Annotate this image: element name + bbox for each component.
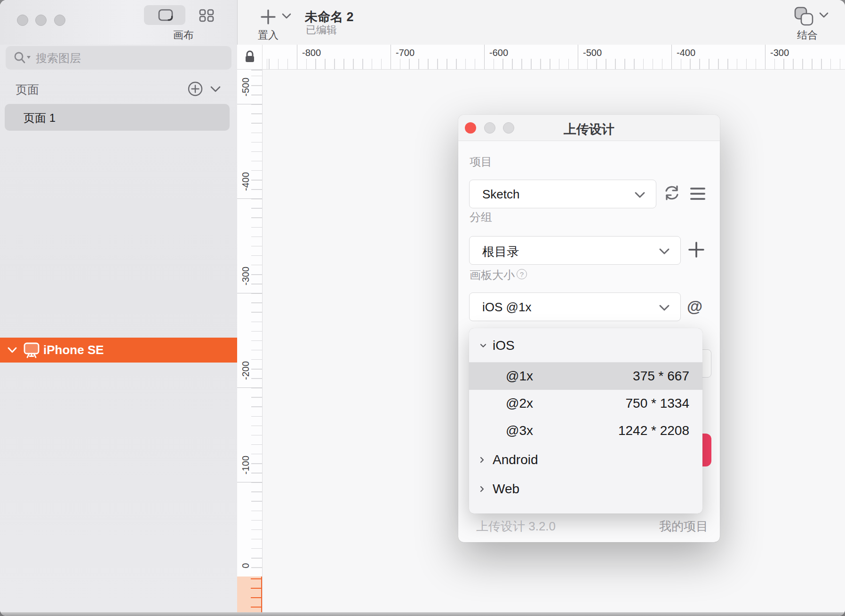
menu-item-web[interactable]: Web [469, 474, 702, 504]
project-label: 项目 [470, 154, 492, 169]
v-ruler-label: -300 [240, 267, 251, 285]
lock-icon[interactable] [244, 50, 255, 65]
help-icon[interactable]: ? [517, 269, 527, 279]
pages-header-label: 页面 [16, 82, 39, 97]
insert-icon[interactable] [260, 8, 277, 27]
v-ruler-label: -200 [240, 361, 251, 380]
artboard-view-icon[interactable] [158, 9, 173, 23]
menu-item-label: @3x [506, 423, 533, 438]
combine-label: 结合 [793, 28, 821, 42]
search-input[interactable] [35, 50, 225, 67]
menu-item-size: 375 * 667 [633, 369, 689, 384]
project-select-chevron-icon [634, 191, 646, 200]
menu-item-label: iOS [493, 338, 515, 353]
my-projects-link[interactable]: 我的项目 [659, 518, 708, 535]
refresh-icon[interactable] [664, 184, 680, 203]
toolbar: 画布 置入 未命名 2 已编辑 结合 [0, 0, 845, 45]
project-select-value: Sketch [482, 187, 520, 202]
artboard-size-select-value: iOS @1x [482, 300, 531, 315]
menu-item-size: 1242 * 2208 [618, 423, 689, 438]
search-field[interactable] [6, 46, 231, 70]
search-icon[interactable] [13, 51, 32, 66]
chevron-down-icon[interactable] [480, 344, 486, 348]
chevron-right-icon[interactable] [480, 486, 484, 492]
preview-at-icon[interactable]: @ [687, 297, 702, 316]
artboard-size-label: 画板大小 [470, 268, 515, 283]
artboard-expand-chevron-icon[interactable] [7, 347, 17, 355]
menu-item-ios[interactable]: iOS [469, 332, 702, 359]
h-ruler-label: -400 [677, 47, 695, 58]
dialog-titlebar[interactable]: 上传设计 [458, 115, 720, 141]
insert-chevron-icon[interactable] [281, 13, 292, 21]
pages-collapse-chevron-icon[interactable] [210, 86, 221, 95]
page-item-label: 页面 1 [24, 111, 56, 126]
combine-chevron-icon[interactable] [819, 12, 829, 20]
menu-item-label: Web [493, 482, 519, 497]
document-status: 已编辑 [306, 23, 337, 37]
h-ruler-label: -600 [489, 47, 508, 58]
h-ruler-label: -800 [302, 47, 321, 58]
h-ruler-ticks [263, 59, 845, 69]
project-menu-icon[interactable] [690, 188, 705, 200]
artboard-ruler-highlight-ticks [251, 578, 261, 612]
menu-item-2x[interactable]: @2x 750 * 1334 [469, 390, 702, 417]
page-list-item[interactable]: 页面 1 [5, 104, 230, 131]
add-page-icon[interactable] [187, 81, 203, 99]
artboard-size-select[interactable]: iOS @1x [469, 292, 681, 321]
menu-item-label: @2x [506, 396, 533, 411]
add-group-icon[interactable] [687, 241, 705, 261]
horizontal-ruler: -800 -700 -600 -500 -400 -300 [263, 45, 845, 70]
v-ruler-label: -400 [240, 172, 251, 191]
grid-view-icon[interactable] [199, 9, 214, 24]
artboard-icon [23, 341, 40, 361]
artboard-item-label: iPhone SE [43, 343, 104, 357]
canvas-toggle-label: 画布 [160, 28, 207, 42]
artboard-list-item-iphone-se[interactable]: iPhone SE [0, 338, 237, 363]
v-ruler-label: -500 [240, 78, 251, 96]
h-ruler-label: -700 [396, 47, 415, 58]
app-window: 画布 置入 未命名 2 已编辑 结合 页面 [0, 0, 845, 616]
insert-label: 置入 [258, 28, 288, 42]
v-ruler-label: -100 [240, 456, 251, 474]
h-ruler-label: -500 [583, 47, 602, 58]
menu-item-3x[interactable]: @3x 1242 * 2208 [469, 417, 702, 444]
group-label: 分组 [470, 210, 492, 225]
group-select[interactable]: 根目录 [469, 236, 681, 265]
upload-design-dialog: 上传设计 项目 Sketch 分组 根目录 画板大小 ? iOS @1x [458, 115, 720, 542]
plugin-version-label: 上传设计 3.2.0 [476, 518, 556, 535]
traffic-light-zoom[interactable] [54, 15, 65, 26]
vertical-ruler: -500 -400 -300 -200 -100 0 [237, 70, 263, 612]
chevron-right-icon[interactable] [480, 457, 484, 463]
artboard-ruler-highlight [237, 577, 262, 612]
combine-icon[interactable] [793, 6, 815, 29]
group-select-chevron-icon [659, 248, 670, 257]
menu-item-android[interactable]: Android [469, 445, 702, 474]
group-select-value: 根目录 [482, 244, 519, 260]
project-select[interactable]: Sketch [469, 180, 656, 208]
artboard-size-select-chevron-icon [659, 304, 670, 313]
menu-item-size: 750 * 1334 [626, 396, 689, 411]
dialog-title: 上传设计 [458, 121, 720, 138]
layers-sidebar: 页面 页面 1 iPhone SE [0, 45, 237, 612]
ruler-corner[interactable] [237, 45, 263, 70]
menu-item-label: @1x [506, 369, 533, 384]
v-ruler-label: 0 [240, 563, 251, 568]
menu-item-1x[interactable]: @1x 375 * 667 [469, 363, 702, 390]
menu-item-label: Android [493, 452, 538, 467]
v-ruler-ticks [251, 70, 262, 577]
window-bottom-edge [0, 612, 845, 616]
traffic-light-minimize[interactable] [35, 15, 47, 26]
h-ruler-label: -300 [770, 47, 789, 58]
artboard-size-dropdown-menu: iOS @1x 375 * 667 @2x 750 * 1334 @3x 124… [469, 328, 702, 513]
traffic-light-close[interactable] [17, 15, 28, 26]
